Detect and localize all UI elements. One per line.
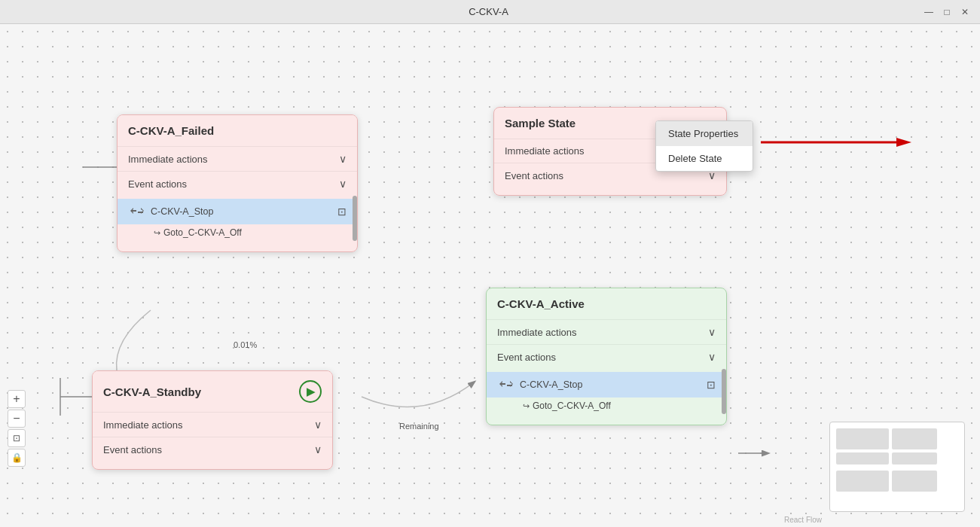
failed-event-item[interactable]: C-CKV-A_Stop ⊡ [118,199,357,224]
canvas: C-CKV-A_Failed Immediate actions ∨ Event… [0,24,980,527]
active-event-actions[interactable]: Event actions ∨ [487,344,726,369]
failed-event-actions[interactable]: Event actions ∨ [118,171,357,196]
failed-sub-item: ↪ Goto_C-CKV-A_Off [118,224,357,241]
window-title: C-CKV-A [54,6,923,17]
context-menu-item-state-properties[interactable]: State Properties [656,121,753,146]
thumb-block-2 [892,428,937,449]
active-event-label: Event actions [497,352,556,363]
standby-event-label: Event actions [103,444,162,455]
node-failed: C-CKV-A_Failed Immediate actions ∨ Event… [117,114,358,252]
standby-immediate-actions[interactable]: Immediate actions ∨ [93,412,332,437]
sample-immediate-label: Immediate actions [505,145,585,157]
svg-marker-10 [896,138,911,147]
active-event-item-text: C-CKV-A_Stop [520,379,704,390]
failed-immediate-chevron: ∨ [339,153,347,165]
failed-event-item-icon [128,203,146,221]
failed-immediate-label: Immediate actions [128,154,208,165]
standby-immediate-label: Immediate actions [103,419,183,431]
window-controls: — □ ✕ [923,6,971,18]
standby-event-actions[interactable]: Event actions ∨ [93,437,332,462]
standby-play-icon: ▶ [299,380,322,403]
node-active-title: C-CKV-A_Active [497,297,585,310]
close-button[interactable]: ✕ [959,6,971,18]
thumbnail-panel [829,422,965,512]
active-event-item-action: ⊡ [707,379,716,391]
active-event-item[interactable]: C-CKV-A_Stop ⊡ [487,372,726,398]
zoom-controls: + − ⊡ 🔒 [8,390,26,467]
maximize-button[interactable]: □ [941,6,953,18]
context-menu-item-delete-state[interactable]: Delete State [656,146,753,171]
remaining-label: Remaining [399,422,439,431]
active-immediate-actions[interactable]: Immediate actions ∨ [487,319,726,344]
thumb-block-3 [836,452,889,465]
standby-event-chevron: ∨ [314,443,322,455]
failed-immediate-actions[interactable]: Immediate actions ∨ [118,146,357,171]
active-scroll-handle[interactable] [722,369,726,414]
failed-event-label: Event actions [128,178,187,190]
active-sub-item: ↪ Goto_C-CKV-A_Off [487,398,726,414]
failed-event-chevron: ∨ [339,178,347,190]
node-active-header: C-CKV-A_Active [487,288,726,319]
failed-scroll-handle[interactable] [353,196,357,241]
node-standby-title: C-CKV-A_Standby [103,385,201,398]
context-menu: State Properties Delete State [655,120,753,172]
thumb-block-6 [892,471,937,492]
react-flow-label: React Flow [784,516,822,524]
title-bar: C-CKV-A — □ ✕ [0,0,980,24]
active-immediate-chevron: ∨ [708,326,716,338]
node-standby-header: C-CKV-A_Standby ▶ [93,371,332,412]
active-immediate-label: Immediate actions [497,327,577,338]
standby-immediate-chevron: ∨ [314,419,322,431]
failed-sub-item-text: Goto_C-CKV-A_Off [163,227,242,238]
zoom-fit-button[interactable]: ⊡ [8,429,26,447]
minimize-button[interactable]: — [923,6,935,18]
percent-label: 0.01% [234,340,257,349]
failed-event-item-action: ⊡ [337,206,347,218]
node-standby: C-CKV-A_Standby ▶ Immediate actions ∨ Ev… [92,370,333,470]
node-active: C-CKV-A_Active Immediate actions ∨ Event… [486,288,727,425]
zoom-in-button[interactable]: + [8,390,26,408]
zoom-out-button[interactable]: − [8,410,26,428]
zoom-lock-button[interactable]: 🔒 [8,449,26,467]
thumb-block-4 [892,452,937,465]
active-sub-item-text: Goto_C-CKV-A_Off [533,401,611,411]
node-sample-title: Sample State [505,117,575,129]
failed-event-item-text: C-CKV-A_Stop [151,206,334,217]
sample-event-label: Event actions [505,170,563,181]
node-failed-header: C-CKV-A_Failed [118,115,357,146]
red-arrow [761,135,911,150]
active-event-chevron: ∨ [708,351,716,363]
active-event-item-icon [497,376,515,394]
thumb-block-1 [836,428,889,449]
thumb-block-5 [836,471,889,492]
node-failed-title: C-CKV-A_Failed [128,124,214,137]
